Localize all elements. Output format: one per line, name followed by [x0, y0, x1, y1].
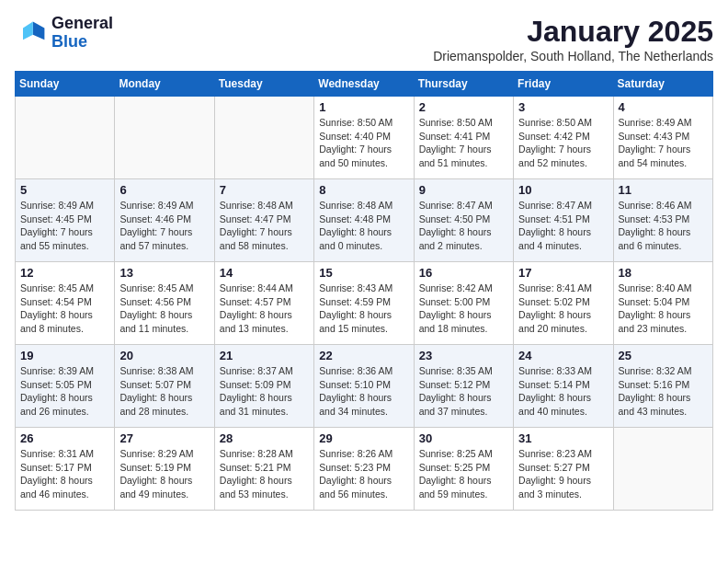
calendar-cell: 15Sunrise: 8:43 AMSunset: 4:59 PMDayligh… [314, 262, 414, 345]
day-number: 18 [619, 266, 708, 280]
weekday-header: Wednesday [314, 72, 414, 97]
calendar-cell: 7Sunrise: 8:48 AMSunset: 4:47 PMDaylight… [214, 179, 313, 262]
calendar-header-row: SundayMondayTuesdayWednesdayThursdayFrid… [16, 72, 713, 97]
calendar-cell: 5Sunrise: 8:49 AMSunset: 4:45 PMDaylight… [16, 179, 115, 262]
day-number: 15 [319, 266, 408, 280]
calendar-cell: 19Sunrise: 8:39 AMSunset: 5:05 PMDayligh… [16, 345, 115, 428]
calendar-cell: 27Sunrise: 8:29 AMSunset: 5:19 PMDayligh… [115, 428, 214, 511]
day-info: Sunrise: 8:50 AMSunset: 4:41 PMDaylight:… [419, 116, 508, 170]
calendar-cell: 31Sunrise: 8:23 AMSunset: 5:27 PMDayligh… [514, 428, 613, 511]
calendar-cell: 17Sunrise: 8:41 AMSunset: 5:02 PMDayligh… [514, 262, 613, 345]
day-number: 13 [119, 266, 209, 280]
day-number: 3 [518, 100, 608, 114]
day-number: 26 [20, 431, 109, 445]
day-info: Sunrise: 8:49 AMSunset: 4:45 PMDaylight:… [20, 199, 109, 253]
day-info: Sunrise: 8:31 AMSunset: 5:17 PMDaylight:… [20, 447, 109, 501]
svg-marker-1 [23, 21, 33, 40]
logo-blue-text: Blue [51, 32, 87, 51]
calendar-cell: 9Sunrise: 8:47 AMSunset: 4:50 PMDaylight… [414, 179, 513, 262]
day-number: 24 [518, 349, 608, 362]
calendar-cell: 22Sunrise: 8:36 AMSunset: 5:10 PMDayligh… [314, 345, 414, 428]
weekday-header: Monday [115, 72, 214, 97]
calendar-cell: 3Sunrise: 8:50 AMSunset: 4:42 PMDaylight… [514, 97, 613, 179]
day-info: Sunrise: 8:47 AMSunset: 4:51 PMDaylight:… [518, 199, 608, 253]
calendar-table: SundayMondayTuesdayWednesdayThursdayFrid… [15, 71, 713, 511]
day-number: 21 [220, 349, 309, 362]
day-number: 17 [518, 266, 608, 280]
calendar-cell: 16Sunrise: 8:42 AMSunset: 5:00 PMDayligh… [414, 262, 513, 345]
calendar-cell: 30Sunrise: 8:25 AMSunset: 5:25 PMDayligh… [414, 428, 513, 511]
day-number: 8 [319, 183, 408, 197]
day-info: Sunrise: 8:49 AMSunset: 4:46 PMDaylight:… [119, 199, 209, 253]
day-info: Sunrise: 8:29 AMSunset: 5:19 PMDaylight:… [119, 447, 209, 501]
day-number: 4 [619, 100, 708, 114]
calendar-cell: 10Sunrise: 8:47 AMSunset: 4:51 PMDayligh… [514, 179, 613, 262]
calendar-cell: 4Sunrise: 8:49 AMSunset: 4:43 PMDaylight… [613, 97, 712, 179]
calendar-cell: 23Sunrise: 8:35 AMSunset: 5:12 PMDayligh… [414, 345, 513, 428]
calendar-cell: 11Sunrise: 8:46 AMSunset: 4:53 PMDayligh… [613, 179, 712, 262]
calendar-cell [214, 97, 313, 179]
day-info: Sunrise: 8:39 AMSunset: 5:05 PMDaylight:… [20, 364, 109, 419]
day-number: 30 [419, 431, 508, 445]
day-number: 19 [20, 349, 109, 362]
calendar-week-row: 5Sunrise: 8:49 AMSunset: 4:45 PMDaylight… [16, 179, 713, 262]
logo: General Blue [15, 15, 113, 52]
weekday-header: Thursday [414, 72, 513, 97]
day-number: 11 [619, 183, 708, 197]
day-info: Sunrise: 8:37 AMSunset: 5:09 PMDaylight:… [220, 364, 309, 419]
day-info: Sunrise: 8:35 AMSunset: 5:12 PMDaylight:… [419, 364, 508, 419]
day-info: Sunrise: 8:50 AMSunset: 4:42 PMDaylight:… [518, 116, 608, 170]
calendar-cell: 14Sunrise: 8:44 AMSunset: 4:57 PMDayligh… [214, 262, 313, 345]
weekday-header: Friday [514, 72, 613, 97]
calendar-cell: 25Sunrise: 8:32 AMSunset: 5:16 PMDayligh… [613, 345, 712, 428]
day-number: 10 [518, 183, 608, 197]
day-info: Sunrise: 8:49 AMSunset: 4:43 PMDaylight:… [619, 116, 708, 170]
day-info: Sunrise: 8:38 AMSunset: 5:07 PMDaylight:… [119, 364, 209, 419]
calendar-cell: 24Sunrise: 8:33 AMSunset: 5:14 PMDayligh… [514, 345, 613, 428]
day-number: 7 [220, 183, 309, 197]
day-number: 25 [619, 349, 708, 362]
day-number: 2 [419, 100, 508, 114]
day-number: 29 [319, 431, 408, 445]
day-info: Sunrise: 8:28 AMSunset: 5:21 PMDaylight:… [220, 447, 309, 501]
day-info: Sunrise: 8:33 AMSunset: 5:14 PMDaylight:… [518, 364, 608, 419]
calendar-cell: 26Sunrise: 8:31 AMSunset: 5:17 PMDayligh… [16, 428, 115, 511]
day-number: 23 [419, 349, 508, 362]
day-info: Sunrise: 8:50 AMSunset: 4:40 PMDaylight:… [319, 116, 408, 170]
day-number: 22 [319, 349, 408, 362]
svg-marker-0 [33, 21, 45, 40]
day-info: Sunrise: 8:46 AMSunset: 4:53 PMDaylight:… [619, 199, 708, 253]
day-info: Sunrise: 8:47 AMSunset: 4:50 PMDaylight:… [419, 199, 508, 253]
day-info: Sunrise: 8:40 AMSunset: 5:04 PMDaylight:… [619, 282, 708, 336]
calendar-cell [613, 428, 712, 511]
day-number: 27 [119, 431, 209, 445]
calendar-week-row: 1Sunrise: 8:50 AMSunset: 4:40 PMDaylight… [16, 97, 713, 179]
day-info: Sunrise: 8:32 AMSunset: 5:16 PMDaylight:… [619, 364, 708, 419]
calendar-cell: 13Sunrise: 8:45 AMSunset: 4:56 PMDayligh… [115, 262, 214, 345]
logo-icon [15, 17, 48, 50]
calendar-cell: 2Sunrise: 8:50 AMSunset: 4:41 PMDaylight… [414, 97, 513, 179]
day-info: Sunrise: 8:42 AMSunset: 5:00 PMDaylight:… [419, 282, 508, 336]
day-number: 28 [220, 431, 309, 445]
calendar-cell: 8Sunrise: 8:48 AMSunset: 4:48 PMDaylight… [314, 179, 414, 262]
page-header: General Blue January 2025 Driemanspolder… [15, 15, 713, 63]
weekday-header: Saturday [613, 72, 712, 97]
day-number: 1 [319, 100, 408, 114]
calendar-cell: 20Sunrise: 8:38 AMSunset: 5:07 PMDayligh… [115, 345, 214, 428]
calendar-cell: 29Sunrise: 8:26 AMSunset: 5:23 PMDayligh… [314, 428, 414, 511]
day-info: Sunrise: 8:48 AMSunset: 4:48 PMDaylight:… [319, 199, 408, 253]
location-subtitle: Driemanspolder, South Holland, The Nethe… [433, 49, 713, 63]
calendar-cell [115, 97, 214, 179]
day-number: 9 [419, 183, 508, 197]
day-number: 16 [419, 266, 508, 280]
day-number: 20 [119, 349, 209, 362]
calendar-cell: 18Sunrise: 8:40 AMSunset: 5:04 PMDayligh… [613, 262, 712, 345]
day-info: Sunrise: 8:41 AMSunset: 5:02 PMDaylight:… [518, 282, 608, 336]
month-title: January 2025 [433, 15, 713, 49]
day-number: 5 [20, 183, 109, 197]
logo-general-text: General [51, 14, 113, 32]
calendar-cell: 28Sunrise: 8:28 AMSunset: 5:21 PMDayligh… [214, 428, 313, 511]
day-info: Sunrise: 8:45 AMSunset: 4:56 PMDaylight:… [119, 282, 209, 336]
day-info: Sunrise: 8:48 AMSunset: 4:47 PMDaylight:… [220, 199, 309, 253]
calendar-cell: 21Sunrise: 8:37 AMSunset: 5:09 PMDayligh… [214, 345, 313, 428]
